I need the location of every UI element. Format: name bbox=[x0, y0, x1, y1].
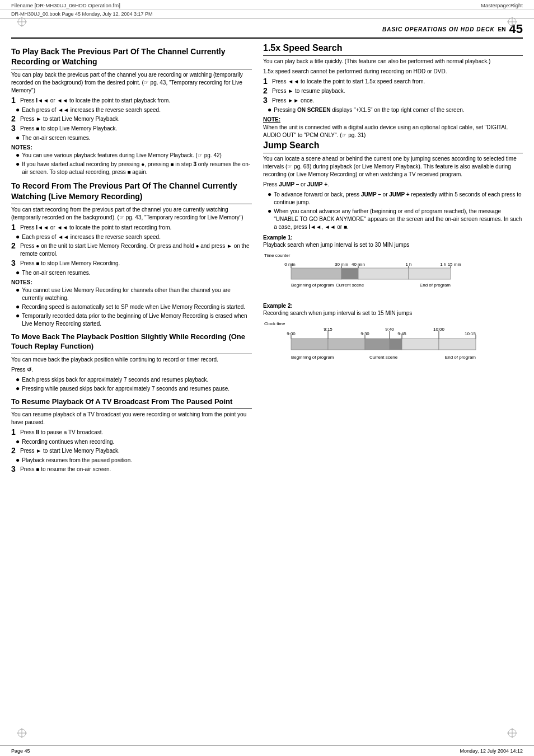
sec4-body: You can resume playback of a TV broadcas… bbox=[11, 411, 252, 426]
svg-text:10:15: 10:15 bbox=[465, 331, 476, 336]
svg-text:End of program: End of program bbox=[445, 355, 476, 360]
section-play-back: To Play Back The Previous Part Of The Ch… bbox=[11, 46, 252, 176]
svg-text:Beginning of program: Beginning of program bbox=[291, 283, 334, 288]
sec2-step2: 2 Press ● on the unit to start Live Memo… bbox=[11, 242, 252, 258]
speed-search-body1: You can play back a title quickly. (This… bbox=[263, 58, 523, 65]
jump-press-line: Press JUMP – or JUMP +. bbox=[263, 181, 523, 189]
svg-rect-36 bbox=[439, 339, 476, 350]
sec2-title: To Record From The Previous Part Of The … bbox=[11, 181, 252, 201]
sec4-title: To Resume Playback Of A TV Broadcast Fro… bbox=[11, 397, 252, 407]
jump-search-body: You can locate a scene ahead or behind t… bbox=[263, 155, 523, 179]
speed-step1: 1 Press ◄◄ to locate the point to start … bbox=[263, 78, 523, 86]
note-label: NOTE: bbox=[263, 116, 523, 123]
bottom-right: Monday, 12 July 2004 14:12 bbox=[460, 748, 523, 754]
section-jump-search: Jump Search You can locate a scene ahead… bbox=[263, 140, 523, 370]
sec2-note2: ● Recording speed is automatically set t… bbox=[11, 303, 252, 311]
note-text: When the unit is connected with a digita… bbox=[263, 124, 523, 139]
sec2-body: You can start recording from the previou… bbox=[11, 206, 252, 222]
crosshair-bl bbox=[17, 728, 27, 739]
sec2-step1: 1 Press I◄◄ or ◄◄ to locate the point to… bbox=[11, 224, 252, 232]
example2-sublabel: Recording search when jump interval is s… bbox=[263, 310, 523, 316]
sec1-body: You can play back the previous part of t… bbox=[11, 71, 252, 95]
diagram1-svg: Time counter 0 min 30 min 40 min 1 bbox=[263, 250, 481, 295]
sec1-step1-bullet1: ● Each press of ◄◄ increases the reverse… bbox=[11, 106, 252, 114]
sec4-step2-bullet1: ● Playback resumes from the paused posit… bbox=[11, 457, 252, 464]
svg-text:End of program: End of program bbox=[420, 283, 451, 288]
content-area: To Play Back The Previous Part Of The Ch… bbox=[0, 42, 534, 475]
sec1-title: To Play Back The Previous Part Of The Ch… bbox=[11, 46, 252, 67]
filename-label: Filename [DR-MH30UJ_06HDD Operation.fm] bbox=[11, 2, 120, 8]
page-outer: Filename [DR-MH30UJ_06HDD Operation.fm] … bbox=[0, 0, 534, 756]
sec3-press-line: Press ↺. bbox=[11, 366, 252, 374]
svg-rect-32 bbox=[328, 339, 365, 350]
svg-text:Clock time: Clock time bbox=[264, 321, 285, 326]
sec4-step2: 2 Press ► to start Live Memory Playback. bbox=[11, 447, 252, 455]
diagram2: Clock time 9:00 9:15 bbox=[263, 318, 523, 370]
svg-rect-33 bbox=[365, 339, 390, 350]
jump-bullet2: ● When you cannot advance any farther (b… bbox=[263, 208, 523, 231]
sec4-step3: 3 Press ■ to resume the on-air screen. bbox=[11, 466, 252, 473]
svg-rect-13 bbox=[291, 268, 341, 279]
crosshair-tl bbox=[17, 17, 27, 28]
sec1-note2: ● If you have started actual recording b… bbox=[11, 161, 252, 176]
top-bar: Filename [DR-MH30UJ_06HDD Operation.fm] … bbox=[0, 0, 534, 10]
crosshair-tr bbox=[507, 17, 517, 28]
section-speed-search: 1.5x Speed Search You can play back a ti… bbox=[263, 43, 523, 139]
speed-step3: 3 Press ►► once. bbox=[263, 97, 523, 105]
section-record: To Record From The Previous Part Of The … bbox=[11, 181, 252, 327]
jump-bullet1: ● To advance forward or back, press JUMP… bbox=[263, 191, 523, 206]
en-label: EN bbox=[498, 26, 506, 32]
bottom-bar: Page 45 Monday, 12 July 2004 14:12 bbox=[0, 745, 534, 756]
sec4-step1-bullet1: ● Recording continues when recording. bbox=[11, 438, 252, 446]
print-info-label: DR-MH30UJ_00.book Page 45 Monday, July 1… bbox=[11, 11, 152, 17]
sec2-step1-bullet1: ● Each press of ◄◄ increases the reverse… bbox=[11, 233, 252, 241]
sec1-note1: ● You can use various playback features … bbox=[11, 152, 252, 159]
sec1-step2: 2 Press ► to start Live Memory Playback. bbox=[11, 115, 252, 123]
bottom-left: Page 45 bbox=[11, 748, 30, 754]
sec1-step3: 3 Press ■ to stop Live Memory Playback. bbox=[11, 125, 252, 133]
speed-step2: 2 Press ► to resume playback. bbox=[263, 87, 523, 95]
section-title-header: BASIC OPERATIONS ON HDD DECK bbox=[382, 26, 495, 32]
svg-text:Beginning of program: Beginning of program bbox=[291, 355, 334, 360]
sec3-bullet1: ● Each press skips back for approximatel… bbox=[11, 376, 252, 384]
svg-rect-14 bbox=[341, 268, 358, 279]
sec2-notes-label: NOTES: bbox=[11, 279, 252, 285]
sec2-step3-bullet1: ● The on-air screen resumes. bbox=[11, 269, 252, 277]
sec2-step3: 3 Press ■ to stop Live Memory Recording. bbox=[11, 260, 252, 267]
example1-label: Example 1: bbox=[263, 234, 523, 241]
svg-rect-34 bbox=[390, 339, 402, 350]
svg-rect-31 bbox=[291, 339, 328, 350]
svg-text:Time counter: Time counter bbox=[264, 253, 291, 258]
example1-sublabel: Playback search when jump interval is se… bbox=[263, 242, 523, 248]
sec1-step3-bullet1: ● The on-air screen resumes. bbox=[11, 134, 252, 142]
sec2-note3: ● Temporarily recorded data prior to the… bbox=[11, 312, 252, 328]
svg-rect-15 bbox=[358, 268, 409, 279]
svg-text:Current scene: Current scene bbox=[336, 283, 364, 288]
second-bar: DR-MH30UJ_00.book Page 45 Monday, July 1… bbox=[0, 10, 534, 18]
diagram2-svg: Clock time 9:00 9:15 bbox=[263, 318, 481, 369]
page-header: BASIC OPERATIONS ON HDD DECK EN 45 bbox=[0, 21, 534, 36]
masterpage-label: Masterpage:Right bbox=[481, 2, 523, 8]
diagram1: Time counter 0 min 30 min 40 min 1 bbox=[263, 250, 523, 296]
svg-rect-35 bbox=[402, 339, 439, 350]
crosshair-br bbox=[507, 728, 517, 739]
section-resume-playback: To Resume Playback Of A TV Broadcast Fro… bbox=[11, 397, 252, 474]
left-column: To Play Back The Previous Part Of The Ch… bbox=[11, 42, 252, 475]
sec1-step1: 1 Press I◄◄ or ◄◄ to locate the point to… bbox=[11, 97, 252, 105]
svg-text:Current scene: Current scene bbox=[369, 355, 398, 360]
example2-label: Example 2: bbox=[263, 303, 523, 309]
sec4-step1: 1 Press II to pause a TV broadcast. bbox=[11, 429, 252, 436]
speed-bullet1: ● Pressing ON SCREEN displays "+X1.5" on… bbox=[263, 106, 523, 114]
sec1-notes-label: NOTES: bbox=[11, 144, 252, 151]
svg-rect-16 bbox=[409, 268, 451, 279]
speed-search-title: 1.5x Speed Search bbox=[263, 43, 523, 53]
svg-text:0 min: 0 min bbox=[284, 262, 296, 267]
sec3-bullet2: ● Pressing while paused skips back for a… bbox=[11, 385, 252, 393]
speed-search-body2: 1.5x speed search cannot be performed du… bbox=[263, 68, 523, 76]
right-column: 1.5x Speed Search You can play back a ti… bbox=[263, 42, 523, 475]
section-one-touch-replay: To Move Back The Playback Position Sligh… bbox=[11, 332, 252, 393]
sec3-title: To Move Back The Playback Position Sligh… bbox=[11, 332, 252, 351]
sec3-body: You can move back the playback position … bbox=[11, 356, 252, 364]
sec2-note1: ● You cannot use Live Memory Recording f… bbox=[11, 287, 252, 302]
jump-search-title: Jump Search bbox=[263, 140, 523, 151]
